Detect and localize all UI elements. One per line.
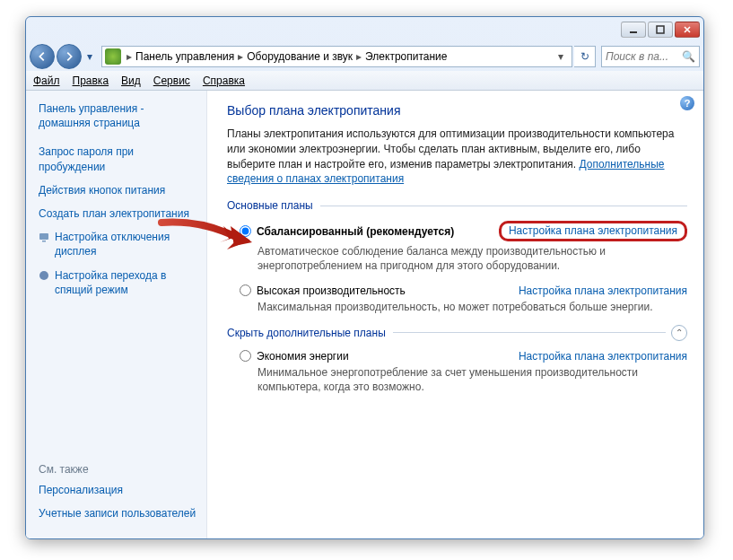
plan-desc-power-saver: Минимальное энергопотребление за счет ум…	[257, 365, 687, 394]
menu-view[interactable]: Вид	[121, 74, 141, 87]
nav-history-dropdown[interactable]: ▾	[83, 48, 96, 66]
menu-edit[interactable]: Правка	[73, 74, 109, 87]
sidebar-link-personalization[interactable]: Персонализация	[39, 483, 197, 497]
collapse-toggle[interactable]: ⌃	[671, 325, 687, 341]
content-area: Панель управления - домашняя страница За…	[26, 91, 703, 538]
sidebar-link-create-plan[interactable]: Создать план электропитания	[39, 206, 197, 221]
section-extra-plans: Скрыть дополнительные планы ⌃	[227, 325, 687, 341]
divider	[320, 206, 687, 206]
plan-radio-high-performance[interactable]	[240, 284, 251, 296]
svg-rect-0	[630, 31, 637, 33]
breadcrumb-item[interactable]: Электропитание	[363, 50, 449, 63]
menu-file[interactable]: Файл	[33, 74, 60, 87]
breadcrumb-item[interactable]: Панель управления	[134, 50, 236, 63]
help-icon[interactable]: ?	[680, 96, 694, 110]
moon-icon	[39, 270, 49, 281]
sidebar-link-password[interactable]: Запрос пароля при пробуждении	[39, 144, 197, 173]
configure-plan-link-power-saver[interactable]: Настройка плана электропитания	[519, 350, 687, 363]
search-input[interactable]	[606, 50, 682, 63]
divider	[393, 332, 666, 333]
forward-button[interactable]	[57, 44, 82, 69]
svg-rect-2	[39, 233, 48, 240]
display-icon	[39, 232, 49, 242]
plan-label-power-saver[interactable]: Экономия энергии	[257, 350, 349, 363]
page-title: Выбор плана электропитания	[227, 103, 687, 118]
configure-plan-link-balanced[interactable]: Настройка плана электропитания	[499, 221, 687, 241]
back-button[interactable]	[30, 44, 55, 69]
chevron-right-icon: ▸	[236, 50, 245, 63]
svg-rect-3	[42, 241, 46, 242]
minimize-button[interactable]	[621, 22, 646, 38]
section-extra-label: Скрыть дополнительные планы	[227, 327, 386, 339]
sidebar-link-sleep[interactable]: Настройка перехода в спящий режим	[55, 268, 197, 297]
plan-radio-power-saver[interactable]	[240, 350, 251, 362]
sidebar: Панель управления - домашняя страница За…	[26, 91, 207, 538]
svg-rect-1	[657, 26, 664, 33]
plan-label-high-performance[interactable]: Высокая производительность	[257, 284, 406, 297]
plan-balanced: Сбалансированный (рекомендуется) Настрой…	[240, 221, 687, 273]
close-button[interactable]	[675, 22, 700, 38]
main-panel: ? Выбор плана электропитания Планы элект…	[207, 91, 703, 538]
plan-radio-balanced[interactable]	[240, 225, 251, 237]
breadcrumb-item[interactable]: Оборудование и звук	[245, 50, 354, 63]
chevron-right-icon: ▸	[125, 50, 134, 63]
navigation-bar: ▾ ▸ Панель управления ▸ Оборудование и з…	[26, 42, 703, 71]
plan-power-saver: Экономия энергии Настройка плана электро…	[240, 350, 687, 394]
plan-label-balanced[interactable]: Сбалансированный (рекомендуется)	[257, 225, 454, 238]
sidebar-link-user-accounts[interactable]: Учетные записи пользователей	[39, 506, 197, 521]
menu-help[interactable]: Справка	[203, 74, 245, 87]
search-icon: 🔍	[682, 50, 695, 63]
menu-bar: Файл Правка Вид Сервис Справка	[26, 71, 703, 91]
sidebar-home-link[interactable]: Панель управления - домашняя страница	[39, 101, 197, 130]
intro-text: Планы электропитания используются для оп…	[227, 127, 687, 187]
control-panel-icon	[105, 48, 121, 65]
search-box[interactable]: 🔍	[601, 46, 700, 67]
plan-desc-high-performance: Максимальная производительность, но може…	[257, 300, 687, 314]
plan-high-performance: Высокая производительность Настройка пла…	[240, 284, 687, 314]
see-also-heading: См. также	[39, 463, 197, 476]
address-bar[interactable]: ▸ Панель управления ▸ Оборудование и зву…	[101, 46, 572, 67]
refresh-button[interactable]: ↻	[574, 46, 596, 67]
chevron-right-icon: ▸	[354, 50, 363, 63]
configure-plan-link-high-performance[interactable]: Настройка плана электропитания	[519, 284, 687, 297]
window-frame: ▾ ▸ Панель управления ▸ Оборудование и з…	[25, 16, 704, 539]
svg-point-4	[39, 271, 48, 280]
address-dropdown[interactable]: ▾	[553, 50, 569, 63]
plan-desc-balanced: Автоматическое соблюдение баланса между …	[257, 244, 687, 273]
titlebar	[26, 17, 703, 42]
sidebar-link-buttons[interactable]: Действия кнопок питания	[39, 183, 197, 197]
maximize-button[interactable]	[648, 22, 673, 38]
section-basic-plans: Основные планы	[227, 199, 687, 212]
section-basic-label: Основные планы	[227, 199, 313, 212]
sidebar-link-display-off[interactable]: Настройка отключения дисплея	[55, 230, 197, 258]
menu-tools[interactable]: Сервис	[153, 74, 190, 87]
